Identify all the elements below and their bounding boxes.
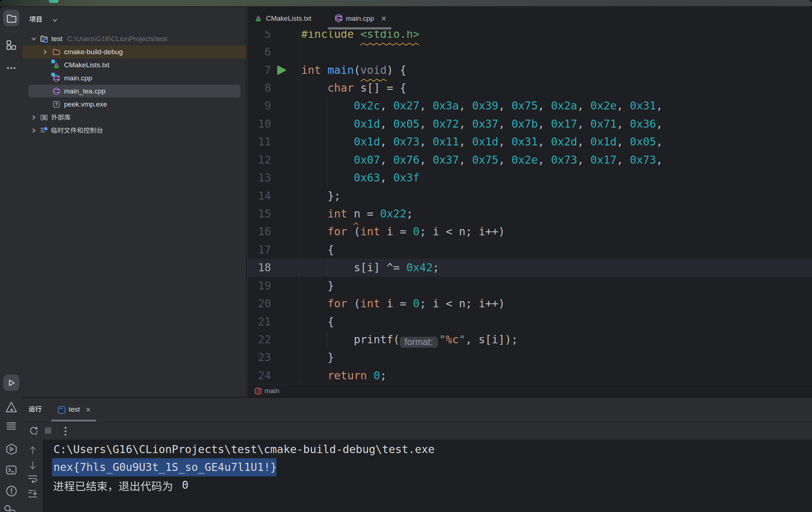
tree-row-cjk6[interactable] (22, 111, 246, 124)
rerun-icon[interactable] (29, 426, 39, 436)
tree-row-cmake-build-debug[interactable]: cmake-build-debug (22, 45, 246, 59)
tool-button-services[interactable] (3, 441, 19, 457)
tree-row-maintea.cpp[interactable]: main_tea.cpp (22, 85, 246, 98)
tree-label: cmake-build-debug (64, 48, 123, 56)
line-number: 10 (249, 115, 271, 133)
code-token (301, 207, 327, 220)
line-number: 5 (249, 31, 271, 43)
activity-bar (0, 7, 22, 512)
code-token: 0x7b (512, 117, 538, 130)
code-line-17: { (301, 241, 334, 259)
tree-row-test[interactable]: testC:\Users\G16\CLionProjects\test (22, 32, 246, 45)
code-token: , (380, 153, 393, 166)
code-token: 0x2d (551, 135, 577, 148)
tool-button-cmake[interactable] (3, 399, 19, 415)
close-icon[interactable] (381, 16, 386, 21)
tree-label: main.cpp (64, 74, 92, 82)
code-token: , (459, 99, 472, 112)
line-number: 19 (249, 277, 271, 295)
console-output[interactable]: C:\Users\G16\CLionProjects\test\cmake-bu… (22, 440, 812, 512)
tree-row-main.cpp[interactable]: main.cpp (22, 72, 246, 85)
background-accent-pill (49, 0, 59, 3)
code-token: main (327, 64, 354, 76)
scroll-end-icon[interactable] (28, 489, 37, 498)
tool-button-problems[interactable] (3, 483, 19, 499)
stop-icon[interactable] (44, 427, 52, 434)
chevron-right-icon[interactable] (31, 128, 37, 133)
tool-button-lines[interactable] (3, 418, 19, 434)
code-token: 0x2e (590, 99, 617, 112)
project-panel: testC:\Users\G16\CLionProjects\testcmake… (22, 7, 247, 397)
code-token: i = (380, 297, 413, 310)
run-icon (6, 377, 17, 388)
tab-label: main.cpp (346, 15, 374, 23)
line-number: 24 (249, 367, 271, 384)
tool-button-profile[interactable] (3, 504, 19, 512)
tree-label-cjk (51, 114, 71, 120)
squiggle-warning (360, 43, 419, 46)
code-token: , (498, 135, 512, 148)
lines-icon (7, 422, 16, 430)
code-line-20: for (int i = 0; i < n; i++) (301, 295, 505, 312)
tree-label: test (51, 35, 63, 43)
tool-button-structure[interactable] (3, 37, 19, 53)
soft-wrap-icon[interactable] (28, 475, 37, 484)
code-token (301, 153, 354, 166)
tree-label: CMakeLists.txt (64, 61, 110, 69)
tool-button-run[interactable] (3, 375, 19, 391)
code-token: 0x05 (630, 135, 656, 148)
chevron-down-icon[interactable] (52, 17, 58, 23)
tool-button-project[interactable] (3, 10, 19, 26)
code-token: ( (354, 64, 361, 76)
line-number: 8 (249, 79, 271, 97)
arrow-down-icon[interactable] (29, 461, 36, 470)
toolbar-separator (57, 426, 57, 437)
arrow-up-icon[interactable] (29, 446, 36, 455)
code-viewport[interactable]: 5#include <stdio.h>67int main(void) {8 c… (248, 31, 812, 384)
close-icon[interactable] (86, 407, 91, 412)
code-token: , (656, 99, 662, 112)
code-token: 0x05 (393, 117, 419, 130)
code-token: } (301, 351, 334, 364)
tree-row-CMakeLists.txt[interactable]: CMakeLists.txt (22, 59, 246, 72)
code-line-15: int n = 0x22; (301, 205, 413, 223)
run-gutter-icon[interactable] (275, 64, 287, 76)
code-token: 0 (374, 369, 380, 382)
unknown-icon (52, 100, 60, 108)
tree-row-peek.vmp.exe[interactable]: peek.vmp.exe (22, 98, 246, 111)
code-token: ; i < n; i++) (419, 225, 505, 238)
code-token: 0x17 (590, 153, 617, 166)
code-line-22: printf(format:"%c", s[i]); (301, 331, 518, 348)
code-token: , (617, 117, 630, 130)
code-token: 0x31 (512, 135, 538, 148)
code-token: , (419, 117, 433, 130)
code-token (301, 81, 327, 94)
code-token: , s[i]); (465, 333, 518, 346)
code-token: , (617, 135, 630, 148)
tool-button-terminal[interactable] (3, 462, 19, 478)
code-token: , (380, 99, 393, 112)
active-tab-underline (51, 420, 96, 421)
chevron-right-icon[interactable] (42, 49, 48, 55)
tree-row-cjk7[interactable] (22, 124, 246, 137)
inlay-hint[interactable]: format: (400, 337, 438, 348)
line-number: 7 (249, 61, 271, 79)
code-line-5: #include <stdio.h> (301, 31, 419, 43)
code-token: for (327, 225, 347, 238)
tool-button-more[interactable] (3, 60, 19, 76)
function-icon (255, 388, 262, 395)
code-token: , (538, 99, 551, 112)
code-token (367, 369, 374, 382)
code-token: , (459, 117, 472, 130)
breadcrumb-item[interactable]: main (264, 387, 279, 395)
code-token: , (498, 117, 512, 130)
chevron-right-icon[interactable] (31, 115, 37, 120)
code-token: int (361, 225, 380, 238)
problems-icon (6, 485, 17, 497)
chevron-down-icon[interactable] (31, 36, 37, 42)
kebab-icon[interactable] (64, 427, 67, 436)
code-token: 0x3a (433, 99, 459, 112)
code-token: { (301, 315, 334, 328)
line-number: 18 (249, 259, 271, 276)
code-token: , (577, 117, 590, 130)
